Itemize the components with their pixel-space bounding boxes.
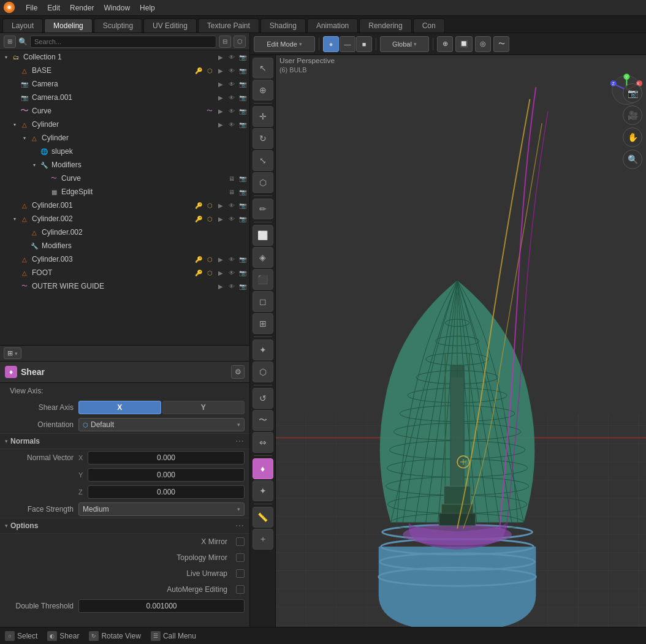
options-section-dots[interactable]: ⋯	[235, 521, 245, 531]
tree-action-restrict-base[interactable]: 🔑	[194, 66, 203, 75]
tool-bevel[interactable]: ◻	[253, 291, 273, 312]
tree-action-render-collection1[interactable]: 📷	[238, 53, 247, 61]
tree-item-foot[interactable]: ▾ △ FOOT 🔑 ⬡ ▶ 👁 📷	[0, 266, 249, 279]
tab-uv-editing[interactable]: UV Editing	[143, 18, 197, 32]
tree-item-modifiers2[interactable]: ▾ 🔧 Modifiers	[0, 239, 249, 252]
tree-action-view-cylinder001[interactable]: ▶	[216, 201, 225, 210]
viewport-proportional-type-btn[interactable]: 〜	[493, 36, 509, 52]
normals-section-header[interactable]: ▾ Normals ⋯	[0, 433, 249, 449]
select-edge-btn[interactable]: —	[340, 36, 355, 52]
tool-extrude[interactable]: ◈	[253, 247, 273, 268]
tree-item-cylinder002[interactable]: ▾ △ Cylinder.002 🔑 ⬡ ▶ 👁 📷	[0, 212, 249, 225]
tree-action-render-base[interactable]: 📷	[238, 66, 247, 75]
tree-item-cylinder[interactable]: ▾ △ Cylinder ▶ 👁 📷	[0, 118, 249, 131]
tree-action-view-curve[interactable]: ▶	[216, 107, 225, 115]
outliner-settings-icon[interactable]: ⬡	[234, 36, 246, 48]
tree-restrict-foot[interactable]: 🔑	[194, 268, 203, 277]
viewport-proportional-btn[interactable]: ◎	[475, 36, 491, 52]
tree-action-eye-camera[interactable]: 👁	[227, 80, 236, 88]
nav-pan-btn[interactable]: ✋	[623, 127, 642, 147]
double-threshold-field[interactable]: 0.001000	[78, 599, 245, 613]
viewport-canvas[interactable]: X Y Z User Perspective (6) BULB 📷 🎥	[276, 55, 646, 627]
tool-edgeslide[interactable]: ⇔	[253, 432, 273, 453]
shear-axis-y-button[interactable]: Y	[162, 401, 245, 414]
live-unwrap-checkbox[interactable]	[236, 569, 245, 578]
tree-action-render-edgesplit[interactable]: 📷	[238, 188, 247, 196]
tree-mesh-cyl001[interactable]: ⬡	[205, 201, 214, 210]
tree-item-outer-wire[interactable]: ▾ 〜 OUTER WIRE GUIDE ▶ 👁 📷	[0, 279, 249, 293]
tool-cursor[interactable]: ⊕	[253, 80, 273, 100]
tool-rotate[interactable]: ↻	[253, 128, 273, 149]
tree-action-curve-icon[interactable]: 〜	[205, 107, 214, 115]
tree-action-eye-base[interactable]: 👁	[227, 66, 236, 75]
tree-action-render-cylinder003[interactable]: 📷	[238, 255, 247, 263]
tree-action-view-camera001[interactable]: ▶	[216, 93, 225, 102]
nav-camera-fly-btn[interactable]: 🎥	[623, 105, 642, 125]
menu-window[interactable]: Window	[99, 2, 135, 13]
shear-axis-x-button[interactable]: X	[78, 401, 161, 414]
tree-item-modifiers[interactable]: ▾ 🔧 Modifiers	[0, 158, 249, 172]
tree-action-view-cylinder[interactable]: ▶	[216, 120, 225, 129]
tree-item-curve-mod[interactable]: ▾ 〜 Curve 🖥 📷	[0, 172, 249, 185]
tree-action-eye-cylinder[interactable]: 👁	[227, 120, 236, 129]
tree-action-eye-curve[interactable]: 👁	[227, 107, 236, 115]
tree-action-view-cylinder002[interactable]: ▶	[216, 214, 225, 223]
tab-shading[interactable]: Shading	[260, 18, 306, 32]
viewport-snap-btn[interactable]: 🔲	[455, 36, 473, 52]
tree-action-view-cylinder003[interactable]: ▶	[216, 255, 225, 263]
tree-item-camera[interactable]: ▾ 📷 Camera ▶ 👁 📷	[0, 77, 249, 91]
options-section-header[interactable]: ▾ Options ⋯	[0, 518, 249, 534]
panel-type-dropdown[interactable]: ⊞ ▾	[4, 347, 21, 359]
tree-action-render-cylinder001[interactable]: 📷	[238, 201, 247, 210]
viewport-global-btn[interactable]: Global ▾	[380, 36, 429, 52]
tool-transform[interactable]: ⬡	[253, 172, 273, 193]
normal-z-field[interactable]: 0.000	[88, 485, 245, 499]
menu-render[interactable]: Render	[65, 2, 99, 13]
tree-action-eye-cylinder001[interactable]: 👁	[227, 201, 236, 210]
tab-animation[interactable]: Animation	[307, 18, 358, 32]
tool-annotate[interactable]: ✏	[253, 199, 273, 219]
tree-item-curve[interactable]: ▾ 〜 Curve 〜 ▶ 👁 📷	[0, 104, 249, 118]
tool-add-cube[interactable]: ⬜	[253, 225, 273, 246]
tool-measure[interactable]: 📏	[253, 507, 273, 528]
tree-action-render-camera[interactable]: 📷	[238, 80, 247, 88]
menu-help[interactable]: Help	[135, 2, 160, 13]
tool-move[interactable]: ✛	[253, 106, 273, 127]
tree-item-camera001[interactable]: ▾ 📷 Camera.001 ▶ 👁 📷	[0, 91, 249, 104]
tree-action-view-base[interactable]: ▶	[216, 66, 225, 75]
tree-action-view-camera[interactable]: ▶	[216, 80, 225, 88]
tool-scale[interactable]: ⤡	[253, 150, 273, 171]
tree-mesh-cyl003[interactable]: ⬡	[205, 255, 214, 263]
tree-action-eye-cylinder002[interactable]: 👁	[227, 214, 236, 223]
tool-inset[interactable]: ⬛	[253, 269, 273, 290]
tool-smooth[interactable]: 〜	[253, 410, 273, 431]
topology-mirror-checkbox[interactable]	[236, 553, 245, 562]
normal-y-field[interactable]: 0.000	[88, 468, 245, 482]
shear-settings-button[interactable]: ⚙	[231, 365, 245, 379]
menu-file[interactable]: File	[21, 2, 42, 13]
normals-section-dots[interactable]: ⋯	[235, 436, 245, 446]
outliner-filter-icon[interactable]: ⊟	[219, 36, 231, 48]
tree-action-eye-cylinder003[interactable]: 👁	[227, 255, 236, 263]
tree-action-view-collection1[interactable]: ▶	[216, 53, 225, 61]
tree-item-edgesplit[interactable]: ▾ ▦ EdgeSplit 🖥 📷	[0, 185, 249, 199]
normal-x-field[interactable]: 0.000	[88, 451, 245, 464]
tree-action-display-edgesplit[interactable]: 🖥	[227, 188, 236, 196]
tree-restrict-cyl001[interactable]: 🔑	[194, 201, 203, 210]
tree-action-render-foot[interactable]: 📷	[238, 268, 247, 277]
tool-spin[interactable]: ↺	[253, 388, 273, 409]
viewport[interactable]: Edit Mode ▾ ● — ■ Global ▾ ⊕ 🔲 ◎ 〜 ↖ ⊕	[250, 33, 646, 627]
nav-camera-btn[interactable]: 📷	[623, 83, 642, 103]
tree-action-render-camera001[interactable]: 📷	[238, 93, 247, 102]
tree-action-render-curve-mod[interactable]: 📷	[238, 174, 247, 183]
tree-action-render-outer-wire[interactable]: 📷	[238, 282, 247, 290]
tree-mesh-foot[interactable]: ⬡	[205, 268, 214, 277]
select-vertex-btn[interactable]: ●	[323, 36, 339, 52]
tree-action-eye-outer-wire[interactable]: 👁	[227, 282, 236, 290]
tab-rendering[interactable]: Rendering	[359, 18, 411, 32]
tool-select[interactable]: ↖	[253, 58, 273, 78]
menu-edit[interactable]: Edit	[42, 2, 65, 13]
tab-sculpting[interactable]: Sculpting	[94, 18, 142, 32]
tree-action-display-curve-mod[interactable]: 🖥	[227, 174, 236, 183]
tab-layout[interactable]: Layout	[2, 18, 43, 32]
